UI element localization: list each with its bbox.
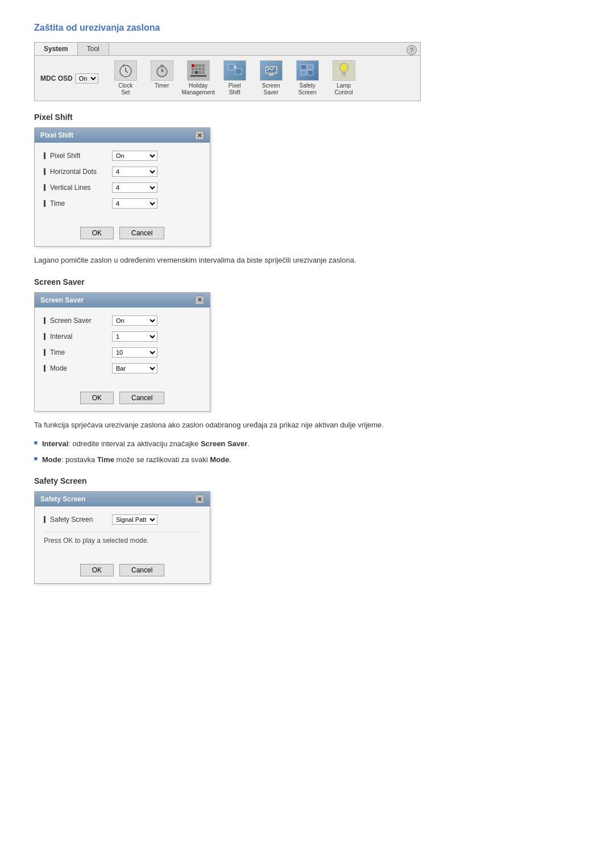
pixel-shift-row-4: Time 4123: [44, 198, 201, 209]
screen-saver-dialog: Screen Saver ✕ Screen Saver OnOff Interv…: [34, 292, 210, 412]
pixel-shift-field-label: Pixel Shift: [44, 152, 112, 160]
bullet-dot: [34, 441, 38, 445]
screen-saver-cancel-button[interactable]: Cancel: [119, 392, 164, 404]
safety-screen-value-select[interactable]: Signal Patt...ScrollFade: [112, 514, 157, 525]
clock-set-icon: [114, 60, 137, 81]
screen-saver-bold: Screen Saver: [201, 439, 247, 448]
safety-screen-close-button[interactable]: ✕: [195, 495, 204, 504]
pixel-shift-titlebar: Pixel Shift ✕: [35, 128, 210, 143]
svg-rect-17: [308, 65, 313, 69]
pixel-shift-close-button[interactable]: ✕: [195, 131, 204, 140]
toolbar-item-safety-screen[interactable]: SafetyScreen: [292, 60, 323, 96]
pixel-shift-dialog: Pixel Shift ✕ Pixel Shift OnOff Horizont…: [34, 127, 210, 247]
pixel-shift-description: Lagano pomičite zaslon u određenim vreme…: [34, 255, 443, 266]
indicator: [44, 200, 45, 207]
tab-system[interactable]: System: [35, 43, 78, 55]
holiday-management-label: HolidayManagement: [181, 82, 214, 96]
indicator: [44, 152, 45, 159]
screen-saver-row-1: Screen Saver OnOff: [44, 315, 201, 326]
mode-bold-2: Mode: [210, 455, 229, 464]
pixel-shift-value-select[interactable]: OnOff: [112, 151, 157, 161]
indicator: [44, 184, 45, 191]
horizontal-dots-label: Horizontal Dots: [44, 168, 112, 176]
screen-saver-label: ScreenSaver: [262, 82, 280, 96]
mdc-osd-label: MDC OSD: [40, 74, 73, 82]
screen-saver-row-2: Interval 123: [44, 331, 201, 342]
toolbar-item-timer[interactable]: Timer: [146, 60, 178, 96]
toolbar-panel: System Tool ? MDC OSD On Off: [34, 42, 421, 101]
safety-screen-icon: [296, 60, 319, 81]
help-button[interactable]: ?: [406, 45, 417, 55]
bullet-dot: [34, 457, 38, 460]
pixel-shift-row-2: Horizontal Dots 4123: [44, 167, 201, 177]
mode-select[interactable]: BarFadeScroll: [112, 363, 157, 373]
time-label-pixel: Time: [44, 200, 112, 207]
time-bold: Time: [97, 455, 114, 464]
pixel-shift-label: PixelShift: [229, 82, 241, 96]
safety-screen-row-1: Safety Screen Signal Patt...ScrollFade: [44, 514, 201, 525]
indicator: [44, 516, 45, 523]
tab-tool[interactable]: Tool: [78, 43, 109, 55]
screen-saver-ok-button[interactable]: OK: [80, 392, 114, 404]
toolbar-item-pixel-shift[interactable]: PixelShift: [219, 60, 251, 96]
screen-saver-bullet-list: Interval: odredite interval za aktivacij…: [34, 438, 443, 465]
timer-icon: [151, 60, 173, 81]
vertical-lines-label: Vertical Lines: [44, 184, 112, 192]
svg-rect-19: [308, 70, 313, 75]
screen-saver-title: Screen Saver: [40, 296, 84, 304]
toolbar-body: MDC OSD On Off ClockSet: [35, 56, 420, 101]
bullet-interval-text: Interval: odredite interval za aktivacij…: [42, 438, 250, 450]
vertical-lines-select[interactable]: 4123: [112, 182, 157, 193]
pixel-shift-footer: OK Cancel: [35, 222, 210, 246]
mode-label: Mode: [44, 364, 112, 372]
svg-line-26: [347, 64, 348, 65]
safety-screen-field-label: Safety Screen: [44, 516, 112, 524]
toolbar-tabs: System Tool ?: [35, 43, 420, 56]
lamp-control-label: LampControl: [335, 82, 353, 96]
screen-saver-close-button[interactable]: ✕: [195, 296, 204, 305]
safety-screen-cancel-button[interactable]: Cancel: [119, 564, 164, 576]
safety-screen-dialog: Safety Screen ✕ Safety Screen Signal Pat…: [34, 491, 210, 584]
svg-rect-15: [269, 74, 273, 76]
page-title: Zaštita od urezivanja zaslona: [34, 23, 580, 33]
interval-select[interactable]: 123: [112, 331, 157, 342]
toolbar-item-screen-saver[interactable]: ScreenSaver: [255, 60, 287, 96]
svg-rect-16: [301, 65, 306, 69]
svg-marker-11: [235, 65, 237, 69]
pixel-shift-row-3: Vertical Lines 4123: [44, 182, 201, 193]
pixel-shift-cancel-button[interactable]: Cancel: [119, 227, 164, 239]
toolbar-item-lamp-control[interactable]: LampControl: [328, 60, 360, 96]
mdc-osd-select[interactable]: On Off: [75, 73, 98, 84]
pixel-shift-row-1: Pixel Shift OnOff: [44, 151, 201, 161]
screen-saver-body: Screen Saver OnOff Interval 123 Time 105…: [35, 308, 210, 387]
screen-saver-value-select[interactable]: OnOff: [112, 315, 157, 326]
screen-saver-description: Ta funkcija sprječava urezivanje zaslona…: [34, 420, 443, 431]
indicator: [44, 168, 45, 175]
screen-saver-footer: OK Cancel: [35, 387, 210, 411]
pixel-shift-body: Pixel Shift OnOff Horizontal Dots 4123 V…: [35, 143, 210, 222]
pixel-shift-ok-button[interactable]: OK: [80, 227, 114, 239]
mode-bold: Mode: [42, 455, 61, 464]
clock-set-label: ClockSet: [118, 82, 132, 96]
svg-rect-9: [235, 69, 242, 74]
safety-screen-body: Safety Screen Signal Patt...ScrollFade P…: [35, 506, 210, 559]
holiday-management-icon: [187, 60, 210, 81]
bullet-item-interval: Interval: odredite interval za aktivacij…: [34, 438, 443, 450]
mdc-osd-control: MDC OSD On Off: [40, 73, 98, 84]
safety-screen-header: Safety Screen: [34, 476, 580, 485]
safety-screen-ok-button[interactable]: OK: [80, 564, 114, 576]
indicator: [44, 365, 45, 372]
toolbar-item-clock-set[interactable]: ClockSet: [110, 60, 142, 96]
indicator: [44, 317, 45, 324]
screen-saver-icon: [260, 60, 283, 81]
safety-screen-label: SafetyScreen: [298, 82, 317, 96]
time-label-saver: Time: [44, 348, 112, 356]
time-select-saver[interactable]: 1051520: [112, 347, 157, 358]
svg-rect-18: [301, 70, 306, 75]
time-select-pixel[interactable]: 4123: [112, 198, 157, 209]
safety-screen-title: Safety Screen: [40, 495, 85, 503]
horizontal-dots-select[interactable]: 4123: [112, 167, 157, 177]
toolbar-item-holiday-management[interactable]: HolidayManagement: [182, 60, 214, 96]
timer-label: Timer: [155, 82, 169, 89]
indicator: [44, 349, 45, 356]
